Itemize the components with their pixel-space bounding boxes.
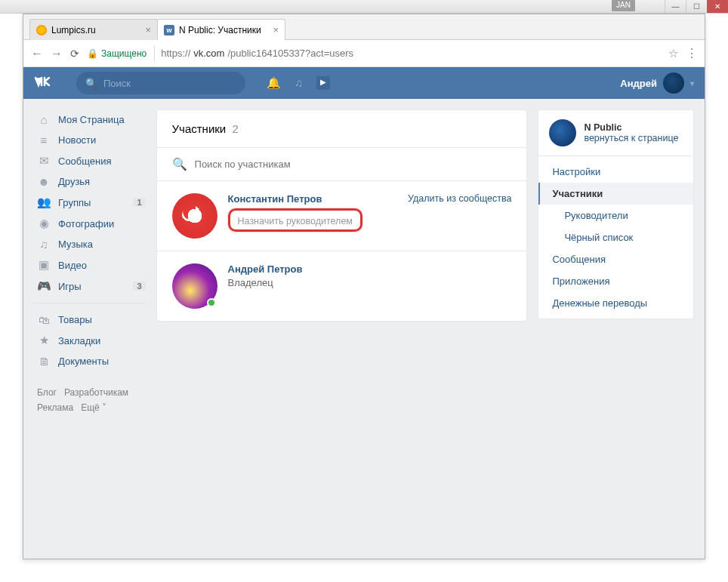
nav-bookmarks[interactable]: ★Закладки	[34, 330, 146, 351]
bookmark-icon[interactable]: ☆	[668, 47, 678, 60]
docs-icon: 🗎	[37, 355, 51, 368]
tab-vk[interactable]: w N Public: Участники ×	[157, 19, 285, 40]
nav-label: Игры	[58, 281, 82, 292]
avatar[interactable]	[172, 193, 217, 239]
url-host: vk.com	[193, 48, 224, 59]
photos-icon: ◉	[37, 217, 51, 230]
secure-label: Защищено	[101, 48, 147, 59]
reload-button[interactable]: ⟳	[70, 48, 79, 60]
music-icon[interactable]: ♫	[295, 76, 303, 90]
footer-blog[interactable]: Блог	[37, 387, 57, 398]
menu-apps[interactable]: Приложения	[538, 270, 693, 292]
forward-button[interactable]: →	[51, 47, 63, 60]
home-icon: ⌂	[37, 113, 51, 126]
menu-settings[interactable]: Настройки	[538, 161, 693, 183]
maximize-button[interactable]: ☐	[686, 0, 707, 13]
menu-transfers[interactable]: Денежные переводы	[538, 292, 693, 314]
nav-badge: 3	[133, 282, 145, 291]
search-input[interactable]: 🔍 Поиск	[76, 72, 245, 94]
right-card: N Public вернуться к странице Настройки …	[538, 109, 694, 319]
tab-label: N Public: Участники	[179, 25, 261, 35]
members-search[interactable]: 🔍	[157, 147, 527, 180]
group-header[interactable]: N Public вернуться к странице	[538, 110, 693, 156]
nav-my-page[interactable]: ⌂Моя Страница	[34, 109, 146, 130]
assign-manager-link[interactable]: Назначить руководителем	[238, 216, 353, 226]
menu-members[interactable]: Участники	[538, 183, 693, 205]
video-icon: ▣	[37, 258, 51, 272]
tab-lumpics[interactable]: Lumpics.ru ×	[29, 19, 158, 40]
url-path: /public164105337?act=users	[227, 48, 353, 59]
secure-badge[interactable]: 🔒 Защищено	[87, 48, 147, 59]
member-info: Константин Петров Удалить из сообщества …	[228, 193, 512, 239]
bell-icon[interactable]: 🔔	[267, 76, 281, 90]
nav-messages[interactable]: ✉Сообщения	[34, 150, 146, 171]
avatar	[663, 72, 684, 94]
nav-label: Сообщения	[58, 156, 112, 167]
avatar[interactable]	[172, 263, 217, 309]
nav-music[interactable]: ♫Музыка	[34, 234, 146, 254]
url-field[interactable]: https://vk.com/public164105337?act=users	[154, 45, 661, 62]
address-bar: ← → ⟳ 🔒 Защищено https://vk.com/public16…	[23, 40, 705, 67]
bookmarks-icon: ★	[37, 334, 51, 347]
messages-icon: ✉	[37, 154, 51, 168]
nav-label: Музыка	[58, 239, 93, 250]
nav-separator	[34, 303, 146, 303]
close-button[interactable]: ✕	[707, 0, 728, 13]
footer-more[interactable]: Ещё ˅	[81, 402, 106, 413]
favicon-lumpics	[36, 25, 47, 35]
minimize-button[interactable]: —	[665, 0, 686, 13]
group-back-link[interactable]: вернуться к странице	[584, 133, 678, 143]
page-content: 🔍 Поиск 🔔 ♫ ▶ Андрей ▾ ⌂Моя Страница ≡Но…	[23, 67, 705, 559]
vk-logo[interactable]	[34, 75, 64, 92]
panel-count: 2	[232, 122, 238, 135]
panel-header: Участники 2	[157, 110, 527, 147]
nav-label: Закладки	[58, 335, 100, 346]
left-nav: ⌂Моя Страница ≡Новости ✉Сообщения ☻Друзь…	[34, 109, 146, 416]
menu-msgs[interactable]: Сообщения	[538, 248, 693, 270]
nav-label: Друзья	[58, 176, 90, 187]
nav-docs[interactable]: 🗎Документы	[34, 351, 146, 371]
browser-menu-icon[interactable]: ⋮	[686, 46, 697, 60]
online-indicator	[207, 298, 216, 307]
members-panel: Участники 2 🔍 Константин Петров Удалить …	[156, 109, 528, 322]
nav-label: Моя Страница	[58, 114, 125, 125]
nav-market[interactable]: 🛍Товары	[34, 309, 146, 330]
tab-close-icon[interactable]: ×	[145, 24, 151, 35]
remove-member-link[interactable]: Удалить из сообщества	[408, 193, 511, 204]
browser-window: Lumpics.ru × w N Public: Участники × ← →…	[23, 14, 705, 559]
back-button[interactable]: ←	[31, 47, 43, 60]
member-name[interactable]: Андрей Петров	[228, 263, 512, 275]
nav-games[interactable]: 🎮Игры3	[34, 276, 146, 297]
member-info: Андрей Петров Владелец	[228, 263, 512, 309]
market-icon: 🛍	[37, 313, 51, 326]
panel-title: Участники	[172, 122, 227, 135]
favicon-vk: w	[164, 25, 174, 35]
menu-managers[interactable]: Руководители	[538, 205, 693, 226]
play-icon[interactable]: ▶	[316, 76, 330, 90]
games-icon: 🎮	[37, 279, 51, 293]
tab-strip: Lumpics.ru × w N Public: Участники ×	[23, 14, 705, 40]
nav-news[interactable]: ≡Новости	[34, 130, 146, 150]
nav-label: Группы	[58, 197, 91, 208]
nav-groups[interactable]: 👥Группы1	[34, 192, 146, 213]
right-sidebar: N Public вернуться к странице Настройки …	[538, 109, 694, 319]
group-title: N Public	[584, 122, 678, 133]
username: Андрей	[620, 78, 657, 89]
nav-video[interactable]: ▣Видео	[34, 254, 146, 276]
header-icons: 🔔 ♫ ▶	[267, 76, 330, 90]
menu-blacklist[interactable]: Чёрный список	[538, 226, 693, 248]
member-name[interactable]: Константин Петров	[228, 193, 322, 205]
header-user[interactable]: Андрей ▾	[620, 72, 694, 94]
footer-dev[interactable]: Разработчикам	[64, 387, 128, 398]
nav-label: Товары	[58, 314, 92, 325]
url-prefix: https://	[161, 48, 190, 59]
search-placeholder: Поиск	[103, 78, 131, 89]
tab-close-icon[interactable]: ×	[273, 24, 279, 35]
tab-label: Lumpics.ru	[51, 25, 96, 35]
nav-friends[interactable]: ☻Друзья	[34, 171, 146, 192]
members-search-input[interactable]	[195, 159, 512, 170]
footer-ads[interactable]: Реклама	[37, 402, 73, 413]
search-icon: 🔍	[172, 157, 187, 171]
nav-photos[interactable]: ◉Фотографии	[34, 213, 146, 234]
window-titlebar: JAN — ☐ ✕	[0, 0, 728, 14]
